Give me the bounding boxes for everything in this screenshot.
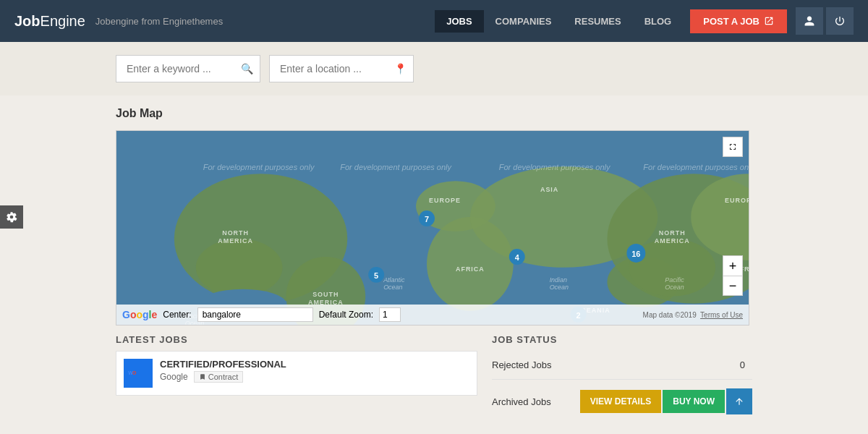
rejected-jobs-row: Rejected Jobs 0 [492, 351, 752, 380]
svg-text:5: 5 [374, 271, 378, 280]
map-center-input[interactable] [197, 307, 313, 322]
latest-jobs-section: LATEST JOBS W O CERTIFIED/PROFESSIONAL G… [116, 334, 477, 423]
job-company-logo: W O [127, 366, 149, 380]
terms-of-use-link[interactable]: Terms of Use [700, 311, 743, 319]
map-data-text: Map data ©2019 Terms of Use [643, 311, 743, 319]
map-footer: Google Center: Default Zoom: Map data ©2… [116, 305, 749, 325]
tab-blog[interactable]: BLOG [633, 10, 684, 33]
zoom-in-button[interactable]: + [723, 255, 743, 276]
nav-tabs: JOBS COMPANIES RESUMES BLOG [435, 10, 683, 33]
svg-text:Ocean: Ocean [665, 284, 684, 291]
brand-logo[interactable]: JobEngine [14, 13, 85, 30]
job-title: CERTIFIED/PROFESSIONAL [160, 359, 286, 370]
svg-text:Atlantic: Atlantic [383, 276, 405, 284]
center-label: Center: [163, 310, 191, 320]
view-details-button[interactable]: VIEW DETAILS [580, 390, 661, 413]
svg-text:EUROPE: EUROPE [429, 197, 461, 204]
map-svg: For development purposes only For develo… [116, 131, 749, 325]
svg-text:Ocean: Ocean [383, 284, 402, 291]
svg-text:AFRICA: AFRICA [456, 265, 485, 273]
gear-icon [6, 211, 17, 223]
svg-text:7: 7 [425, 215, 429, 224]
svg-text:NORTH: NORTH [659, 229, 686, 237]
map-container[interactable]: For development purposes only For develo… [116, 130, 749, 326]
job-info: CERTIFIED/PROFESSIONAL Google Contract [160, 359, 286, 383]
job-type-badge: Contract [194, 371, 244, 383]
zoom-out-button[interactable]: − [723, 276, 743, 296]
tab-jobs[interactable]: JOBS [435, 10, 483, 33]
svg-text:AMERICA: AMERICA [655, 237, 690, 244]
job-map-title: Job Map [116, 107, 752, 120]
external-link-icon [764, 16, 774, 26]
keyword-search-wrap: 🔍 [116, 55, 260, 82]
navbar-tagline: Jobengine from Enginethemes [95, 16, 223, 27]
svg-text:O: O [132, 370, 137, 375]
google-logo: Google [122, 309, 157, 320]
tab-companies[interactable]: COMPANIES [484, 10, 563, 33]
buy-now-button[interactable]: BUY NOW [663, 390, 725, 413]
svg-text:Indian: Indian [550, 276, 567, 284]
svg-text:ASIA: ASIA [540, 186, 558, 193]
keyword-input[interactable] [116, 55, 260, 82]
navbar: JobEngine Jobengine from Enginethemes JO… [0, 0, 868, 42]
location-icon: 📍 [394, 63, 407, 75]
default-zoom-input[interactable] [379, 307, 401, 322]
arrow-button[interactable] [726, 388, 752, 414]
post-job-button[interactable]: POST A JOB [690, 9, 787, 33]
job-meta: Google Contract [160, 371, 286, 383]
default-zoom-label: Default Zoom: [319, 310, 373, 320]
location-search-wrap: 📍 [269, 55, 414, 82]
svg-text:4: 4 [515, 253, 520, 262]
svg-text:For development purposes only: For development purposes only [499, 163, 611, 171]
svg-point-2 [196, 239, 283, 297]
archived-jobs-label: Archived Jobs [492, 396, 580, 407]
svg-text:EUROPE: EUROPE [725, 197, 749, 204]
search-icon: 🔍 [241, 63, 253, 75]
rejected-jobs-count: 0 [723, 359, 745, 370]
brand-name: JobEngine [14, 13, 85, 29]
tab-resumes[interactable]: RESUMES [563, 10, 632, 33]
archived-jobs-row: Archived Jobs VIEW DETAILS BUY NOW [492, 380, 752, 423]
job-status-title: JOB STATUS [492, 334, 752, 345]
map-zoom-controls: + − [723, 255, 743, 296]
svg-text:16: 16 [631, 250, 640, 258]
svg-text:Pacific: Pacific [665, 276, 684, 284]
user-icon [804, 15, 815, 27]
bookmark-icon [199, 373, 206, 381]
svg-text:Ocean: Ocean [550, 284, 569, 291]
map-fullscreen-button[interactable] [723, 137, 743, 157]
arrow-up-icon [734, 396, 744, 407]
job-company: Google [160, 372, 188, 382]
rejected-jobs-label: Rejected Jobs [492, 359, 723, 370]
power-icon-button[interactable] [826, 7, 854, 35]
latest-jobs-title: LATEST JOBS [116, 334, 477, 345]
svg-text:NORTH: NORTH [222, 229, 249, 237]
bottom-section: LATEST JOBS W O CERTIFIED/PROFESSIONAL G… [116, 334, 752, 423]
location-input[interactable] [269, 55, 414, 82]
svg-text:For development purposes only: For development purposes only [203, 163, 315, 171]
gear-sidebar[interactable] [0, 205, 23, 229]
svg-text:AMERICA: AMERICA [218, 237, 253, 244]
fullscreen-icon [728, 142, 738, 152]
job-item: W O CERTIFIED/PROFESSIONAL Google Contra… [116, 351, 477, 396]
main-content: Job Map [0, 95, 868, 434]
search-bar: 🔍 📍 [0, 42, 868, 95]
job-status-section: JOB STATUS Rejected Jobs 0 Archived Jobs… [492, 334, 752, 423]
svg-text:For development purposes only: For development purposes only [340, 163, 452, 171]
map-background: For development purposes only For develo… [116, 131, 749, 325]
job-logo: W O [124, 359, 153, 388]
user-icon-button[interactable] [796, 7, 823, 35]
power-icon [834, 15, 846, 27]
svg-text:For development purposes only: For development purposes only [643, 163, 749, 171]
svg-text:SOUTH: SOUTH [312, 291, 339, 298]
